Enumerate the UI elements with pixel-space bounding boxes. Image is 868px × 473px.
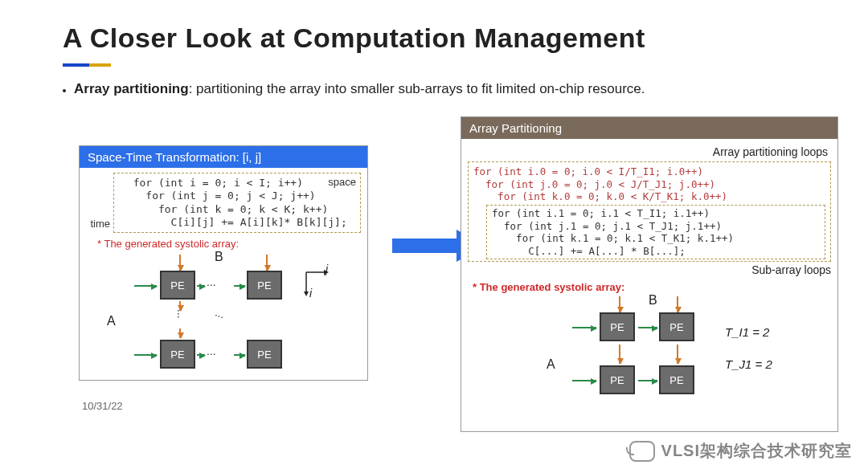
bullet-dot (63, 89, 66, 92)
code-partitioning: for (int i.0 = 0; i.0 < I/T_I1; i.0++) f… (468, 161, 831, 262)
arrow-right-icon (638, 327, 657, 328)
pe-cell: PE (247, 340, 282, 369)
pe-cell: PE (600, 312, 635, 341)
ellipsis-diag-icon: ··· (213, 308, 226, 323)
arrow-down-icon (677, 345, 678, 364)
left-caption: * The generated systolic array: (97, 238, 361, 250)
arrow-down-icon (179, 328, 181, 338)
ellipsis-icon: ··· (207, 278, 216, 291)
arrow-right-icon (197, 354, 205, 356)
arrow-down-icon (266, 255, 268, 271)
caption-outer-loops: Array partitioning loops (468, 144, 831, 161)
wechat-icon (629, 441, 655, 462)
pe-grid-right: B A PE PE PE PE T_I1 = 2 T_J1 = 2 (468, 295, 831, 423)
label-A: A (547, 357, 555, 372)
pe-grid-left: B A PE PE PE PE ··· ··· ··· ··· (86, 251, 361, 372)
bullet-text: Array partitioning: partitioning the arr… (74, 81, 645, 97)
axis-j-label: j (326, 263, 328, 275)
arrow-down-icon (179, 255, 181, 271)
code-inner-loops: for (int i.1 = 0; i.1 < T_I1; i.1++) for… (486, 205, 825, 260)
arrow-down-icon (619, 345, 620, 364)
label-A: A (107, 314, 116, 328)
arrow-down-icon (179, 301, 181, 311)
label-B: B (649, 293, 657, 308)
label-space: space (328, 176, 356, 188)
bullet-term: Array partitioning (74, 81, 189, 96)
arrow-right-icon (638, 380, 657, 381)
pe-cell: PE (600, 365, 635, 394)
axis-ij: j i (301, 267, 334, 300)
slide-title: A Closer Look at Computation Management (63, 22, 812, 54)
arrow-right-icon (234, 354, 245, 356)
label-TJ1: T_J1 = 2 (725, 357, 772, 371)
label-time: time (90, 218, 110, 230)
panel-left-header: Space-Time Transformation: [i, j] (80, 146, 367, 168)
label-B: B (215, 250, 223, 264)
ellipsis-icon: ··· (207, 347, 216, 360)
panel-space-time: Space-Time Transformation: [i, j] for (i… (79, 145, 368, 381)
arrow-down-icon (677, 296, 678, 312)
title-underline (63, 63, 111, 67)
arrow-down-icon (619, 296, 620, 312)
arrow-right-icon (134, 285, 157, 287)
label-TI1: T_I1 = 2 (725, 325, 769, 339)
pe-cell: PE (160, 271, 195, 300)
pe-cell: PE (160, 340, 195, 369)
arrow-right-icon (234, 285, 245, 287)
caption-sub-loops: Sub-array loops (468, 262, 831, 276)
svg-marker-1 (304, 292, 309, 296)
bullet-rest: : partitioning the array into smaller su… (189, 81, 645, 96)
pe-cell: PE (247, 271, 282, 300)
right-caption: * The generated systolic array: (473, 281, 831, 293)
panel-right-header: Array Partitioning (461, 117, 837, 139)
panel-array-partitioning: Array Partitioning Array partitioning lo… (461, 116, 838, 432)
pe-cell: PE (659, 312, 694, 341)
pe-cell: PE (659, 365, 694, 394)
arrow-right-icon (134, 354, 157, 356)
watermark-text: VLSI架构综合技术研究室 (661, 440, 852, 462)
bullet-row: Array partitioning: partitioning the arr… (63, 81, 812, 97)
arrow-right-icon (572, 380, 596, 381)
watermark: VLSI架构综合技术研究室 (629, 440, 852, 462)
code-space-time: for (int i = 0; i < I; i++) for (int j =… (113, 173, 361, 233)
footer-date: 10/31/22 (82, 400, 123, 412)
arrow-right-icon (572, 327, 596, 328)
axis-i-label: i (309, 287, 312, 300)
arrow-right-icon (197, 285, 205, 287)
